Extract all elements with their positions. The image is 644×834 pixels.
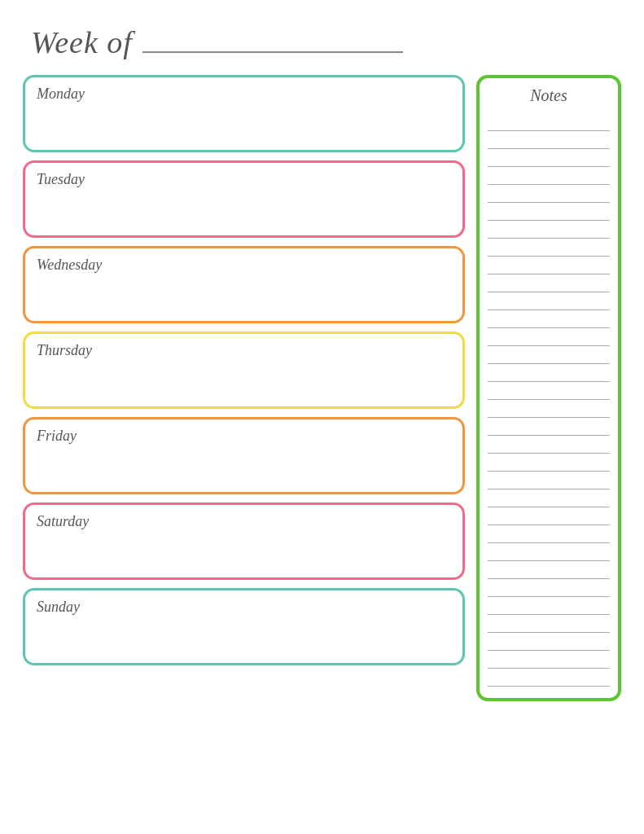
notes-line bbox=[488, 507, 610, 525]
notes-line bbox=[488, 472, 610, 489]
notes-line bbox=[488, 149, 610, 167]
week-of-label: Week of bbox=[31, 24, 133, 60]
days-column: MondayTuesdayWednesdayThursdayFridaySatu… bbox=[23, 75, 465, 665]
notes-line bbox=[488, 203, 610, 221]
day-box-tuesday[interactable]: Tuesday bbox=[23, 160, 465, 238]
day-label-friday: Friday bbox=[37, 428, 451, 445]
notes-line bbox=[488, 489, 610, 507]
day-label-wednesday: Wednesday bbox=[37, 257, 451, 274]
notes-line bbox=[488, 651, 610, 669]
day-label-saturday: Saturday bbox=[37, 513, 451, 530]
notes-line bbox=[488, 669, 610, 687]
notes-line bbox=[488, 561, 610, 579]
notes-line bbox=[488, 185, 610, 203]
day-box-sunday[interactable]: Sunday bbox=[23, 588, 465, 665]
notes-line bbox=[488, 597, 610, 615]
notes-line bbox=[488, 382, 610, 400]
day-label-monday: Monday bbox=[37, 86, 451, 103]
notes-line bbox=[488, 400, 610, 418]
day-box-monday[interactable]: Monday bbox=[23, 75, 465, 152]
notes-line bbox=[488, 274, 610, 292]
week-of-line bbox=[142, 51, 403, 53]
notes-line bbox=[488, 454, 610, 472]
notes-lines bbox=[488, 113, 610, 687]
notes-line bbox=[488, 346, 610, 364]
notes-line bbox=[488, 131, 610, 149]
notes-line bbox=[488, 436, 610, 454]
notes-line bbox=[488, 615, 610, 633]
day-label-tuesday: Tuesday bbox=[37, 171, 451, 188]
notes-line bbox=[488, 113, 610, 131]
notes-panel[interactable]: Notes bbox=[476, 75, 621, 701]
notes-line bbox=[488, 328, 610, 346]
page-header: Week of bbox=[23, 24, 621, 60]
notes-line bbox=[488, 292, 610, 310]
notes-line bbox=[488, 543, 610, 561]
day-box-wednesday[interactable]: Wednesday bbox=[23, 246, 465, 323]
notes-line bbox=[488, 418, 610, 436]
notes-title: Notes bbox=[530, 86, 567, 105]
notes-line bbox=[488, 579, 610, 597]
day-box-thursday[interactable]: Thursday bbox=[23, 331, 465, 409]
main-layout: MondayTuesdayWednesdayThursdayFridaySatu… bbox=[23, 75, 621, 701]
day-box-friday[interactable]: Friday bbox=[23, 417, 465, 494]
notes-line bbox=[488, 239, 610, 257]
day-box-saturday[interactable]: Saturday bbox=[23, 503, 465, 580]
notes-line bbox=[488, 310, 610, 328]
notes-line bbox=[488, 633, 610, 651]
notes-line bbox=[488, 525, 610, 543]
notes-line bbox=[488, 364, 610, 382]
notes-line bbox=[488, 167, 610, 185]
day-label-thursday: Thursday bbox=[37, 342, 451, 359]
notes-line bbox=[488, 257, 610, 274]
notes-line bbox=[488, 221, 610, 239]
day-label-sunday: Sunday bbox=[37, 599, 451, 616]
